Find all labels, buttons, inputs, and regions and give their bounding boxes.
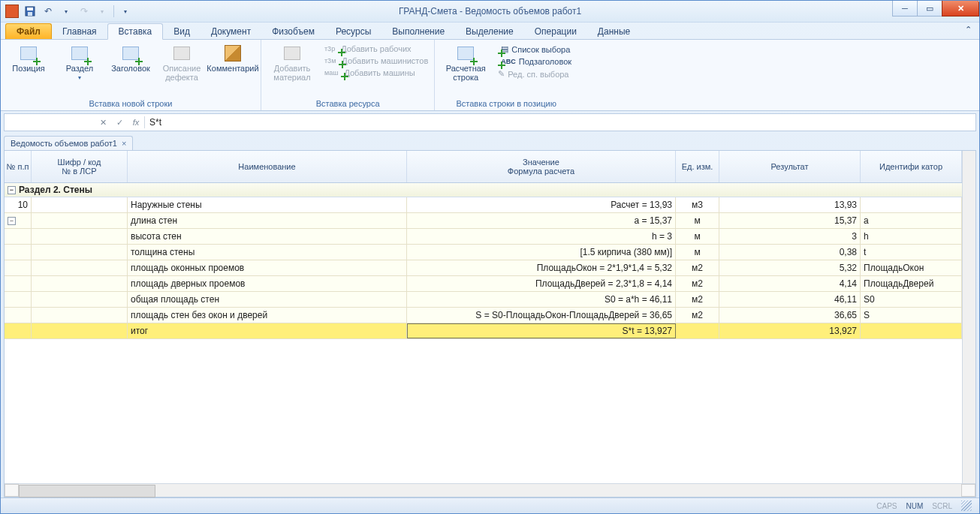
scroll-thumb[interactable]: [19, 485, 155, 497]
ribbon-collapse-icon[interactable]: ⌃: [965, 25, 972, 35]
formula-input[interactable]: S*t: [145, 117, 975, 128]
cell[interactable]: [676, 323, 719, 338]
formula-accept-icon[interactable]: ✓: [111, 118, 128, 128]
cell[interactable]: толщина стены: [128, 245, 407, 260]
cell[interactable]: S*t = 13,927: [407, 323, 676, 338]
cell[interactable]: S0 = a*h = 46,11: [407, 292, 676, 307]
cell[interactable]: [32, 213, 128, 228]
cell[interactable]: 5,32: [719, 260, 861, 275]
cell[interactable]: [5, 260, 32, 275]
close-button[interactable]: ✕: [942, 1, 979, 17]
cell[interactable]: м2: [676, 260, 719, 275]
horizontal-scrollbar[interactable]: [5, 483, 975, 497]
cell[interactable]: Расчет = 13,93: [407, 197, 676, 212]
cell[interactable]: м: [676, 213, 719, 228]
app-icon[interactable]: [5, 5, 19, 18]
cell[interactable]: 36,65: [719, 308, 861, 323]
cell[interactable]: 15,37: [719, 213, 861, 228]
header-value[interactable]: Значение Формула расчета: [407, 151, 676, 182]
cell[interactable]: S0: [861, 292, 962, 307]
tab-execution[interactable]: Выполнение: [381, 24, 455, 39]
cell[interactable]: t: [861, 245, 962, 260]
file-tab[interactable]: Файл: [5, 23, 52, 39]
tab-view[interactable]: Вид: [163, 24, 201, 39]
table-row[interactable]: площадь дверных проемовПлощадьДверей = 2…: [5, 276, 962, 292]
header-npp[interactable]: № п.п: [5, 151, 32, 182]
cell[interactable]: [5, 229, 32, 244]
cell[interactable]: [32, 308, 128, 323]
cell[interactable]: [861, 323, 962, 338]
redo-icon[interactable]: ↷: [77, 5, 91, 18]
cell[interactable]: 46,11: [719, 292, 861, 307]
cell[interactable]: −: [5, 213, 32, 228]
cell[interactable]: высота стен: [128, 229, 407, 244]
save-icon[interactable]: [23, 5, 37, 18]
table-row[interactable]: толщина стены[1.5 кирпича (380 мм)]м0,38…: [5, 245, 962, 260]
table-row[interactable]: высота стенh = 3м3h: [5, 229, 962, 245]
section-button[interactable]: Раздел ▾: [55, 41, 104, 84]
cell[interactable]: итог: [128, 323, 407, 338]
tab-insert[interactable]: Вставка: [107, 23, 164, 40]
tab-operations[interactable]: Операции: [524, 24, 587, 39]
cell[interactable]: [5, 292, 32, 307]
cell[interactable]: м3: [676, 197, 719, 212]
header-unit[interactable]: Ед. изм.: [676, 151, 719, 182]
tab-selection[interactable]: Выделение: [455, 24, 524, 39]
choice-list-button[interactable]: ▤ Список выбора: [495, 43, 574, 56]
tab-data[interactable]: Данные: [587, 24, 641, 39]
undo-dropdown-icon[interactable]: ▾: [59, 5, 73, 18]
cell[interactable]: 0,38: [719, 245, 861, 260]
position-button[interactable]: Позиция: [4, 41, 53, 76]
header-result[interactable]: Результат: [719, 151, 861, 182]
cell[interactable]: ПлощадьОкон: [861, 260, 962, 275]
header-name[interactable]: Наименование: [128, 151, 407, 182]
cell[interactable]: S: [861, 308, 962, 323]
header-code[interactable]: Шифр / код № в ЛСР: [32, 151, 128, 182]
calc-row-button[interactable]: Расчетная строка: [438, 41, 493, 85]
section-row[interactable]: − Раздел 2. Стены: [5, 183, 962, 197]
vertical-scrollbar[interactable]: [962, 151, 975, 483]
cell[interactable]: площадь оконных проемов: [128, 260, 407, 275]
maximize-button[interactable]: ▭: [917, 1, 942, 17]
subheader-button[interactable]: ABC Подзаголовок: [495, 56, 574, 68]
undo-icon[interactable]: ↶: [41, 5, 55, 18]
tab-fizobyom[interactable]: Физобъем: [261, 24, 325, 39]
cell[interactable]: S = S0-ПлощадьОкон-ПлощадьДверей = 36,65: [407, 308, 676, 323]
cell[interactable]: 10: [5, 197, 32, 212]
cell[interactable]: [32, 276, 128, 291]
cell[interactable]: h: [861, 229, 962, 244]
header-button[interactable]: Заголовок: [106, 41, 155, 76]
table-row[interactable]: −длина стенa = 15,37м15,37a: [5, 213, 962, 229]
cell[interactable]: [32, 229, 128, 244]
cell[interactable]: м2: [676, 276, 719, 291]
cell[interactable]: площадь стен без окон и дверей: [128, 308, 407, 323]
table-row[interactable]: площадь оконных проемовПлощадьОкон = 2*1…: [5, 260, 962, 276]
tab-resources[interactable]: Ресурсы: [325, 24, 381, 39]
cell[interactable]: м: [676, 245, 719, 260]
grid-body[interactable]: − Раздел 2. Стены 10Наружные стеныРасчет…: [5, 183, 962, 483]
cell[interactable]: a: [861, 213, 962, 228]
comment-button[interactable]: Комментарий: [208, 41, 258, 76]
document-tab[interactable]: Ведомость объемов работ1 ×: [4, 136, 133, 150]
collapse-icon[interactable]: −: [8, 217, 16, 225]
tab-main[interactable]: Главная: [52, 24, 107, 39]
cell[interactable]: h = 3: [407, 229, 676, 244]
cell[interactable]: длина стен: [128, 213, 407, 228]
minimize-button[interactable]: ─: [892, 1, 918, 17]
cell[interactable]: 3: [719, 229, 861, 244]
cell[interactable]: [32, 245, 128, 260]
redo-dropdown-icon[interactable]: ▾: [95, 5, 109, 18]
cell[interactable]: площадь дверных проемов: [128, 276, 407, 291]
formula-fx-icon[interactable]: fx: [128, 118, 144, 127]
scroll-track[interactable]: [19, 485, 961, 496]
scroll-right-button[interactable]: [961, 484, 975, 497]
cell[interactable]: ПлощадьОкон = 2*1,9*1,4 = 5,32: [407, 260, 676, 275]
cell[interactable]: 13,927: [719, 323, 861, 338]
cell[interactable]: Наружные стены: [128, 197, 407, 212]
qat-customize-icon[interactable]: ▾: [119, 5, 132, 18]
cell[interactable]: [5, 245, 32, 260]
table-row[interactable]: итогS*t = 13,92713,927: [5, 323, 962, 339]
cell[interactable]: [5, 323, 32, 338]
cell[interactable]: a = 15,37: [407, 213, 676, 228]
cell[interactable]: 4,14: [719, 276, 861, 291]
